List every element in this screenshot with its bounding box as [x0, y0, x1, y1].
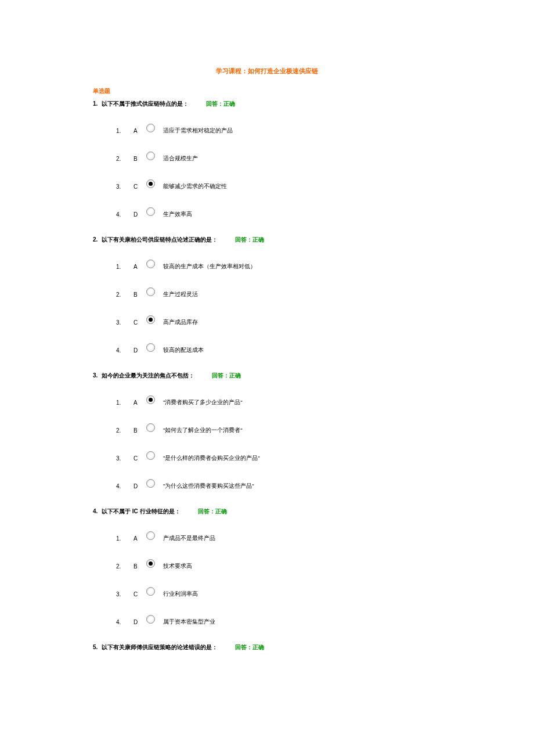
- radio-button[interactable]: [146, 315, 155, 324]
- radio-wrap: [142, 587, 158, 596]
- option-letter: B: [134, 291, 142, 298]
- option-text: 适应于需求相对稳定的产品: [163, 127, 233, 135]
- option-text: "消费者购买了多少企业的产品": [163, 399, 243, 406]
- options-list: 1.A较高的生产成本（生产效率相对低）2.B生产过程灵活3.C高产成品库存4.D…: [116, 260, 534, 357]
- option-text: 生产效率高: [163, 211, 192, 218]
- options-list: 1.A适应于需求相对稳定的产品2.B适合规模生产3.C能够减少需求的不确定性4.…: [116, 124, 534, 221]
- option-text: 适合规模生产: [163, 155, 198, 163]
- option-letter: B: [134, 563, 142, 570]
- radio-button[interactable]: [146, 343, 155, 352]
- question-number: 3.: [93, 372, 102, 379]
- radio-wrap: [142, 531, 158, 540]
- option-number: 4.: [116, 619, 134, 625]
- option-number: 3.: [116, 591, 134, 597]
- question-block: 1.以下不属于推式供应链特点的是：回答：正确: [93, 100, 534, 108]
- question-block: 3.如今的企业最为关注的焦点不包括：回答：正确: [93, 372, 534, 380]
- option-row: 2.B技术要求高: [116, 560, 534, 573]
- radio-button[interactable]: [146, 260, 155, 268]
- question-row: 4.以下不属于 IC 行业特征的是：回答：正确: [93, 507, 534, 516]
- question-row: 5.以下有关康师傅供应链策略的论述错误的是：回答：正确: [93, 643, 534, 651]
- option-number: 1.: [116, 128, 134, 134]
- question-block: 5.以下有关康师傅供应链策略的论述错误的是：回答：正确: [93, 643, 534, 651]
- option-number: 2.: [116, 291, 134, 298]
- page-title: 学习课程：如何打造企业极速供应链: [0, 67, 534, 75]
- option-row: 3.C高产成品库存: [116, 316, 534, 329]
- radio-wrap: [142, 395, 158, 404]
- option-text: "是什么样的消费者会购买企业的产品": [163, 455, 260, 462]
- option-number: 1.: [116, 399, 134, 406]
- radio-wrap: [142, 152, 158, 160]
- radio-button[interactable]: [146, 479, 155, 488]
- options-list: 1.A产成品不是最终产品2.B技术要求高3.C行业利润率高4.D属于资本密集型产…: [116, 532, 534, 628]
- question-block: 2.以下有关康柏公司供应链特点论述正确的是：回答：正确: [93, 236, 534, 244]
- radio-wrap: [142, 343, 158, 352]
- option-text: 行业利润率高: [163, 591, 198, 598]
- option-number: 2.: [116, 427, 134, 434]
- answer-result: 回答：正确: [235, 236, 264, 244]
- option-letter: C: [134, 591, 142, 597]
- radio-button[interactable]: [146, 451, 155, 460]
- answer-result: 回答：正确: [206, 100, 235, 108]
- option-row: 3.C"是什么样的消费者会购买企业的产品": [116, 452, 534, 465]
- answer-result: 回答：正确: [198, 507, 227, 516]
- option-letter: D: [134, 347, 142, 354]
- option-row: 4.D"为什么这些消费者要购买这些产品": [116, 480, 534, 492]
- question-number: 5.: [93, 644, 102, 650]
- question-row: 2.以下有关康柏公司供应链特点论述正确的是：回答：正确: [93, 236, 534, 244]
- answer-result: 回答：正确: [212, 372, 241, 380]
- question-number: 4.: [93, 508, 102, 514]
- question-number: 2.: [93, 236, 102, 243]
- radio-button[interactable]: [146, 531, 155, 540]
- option-text: 能够减少需求的不确定性: [163, 183, 227, 190]
- option-number: 1.: [116, 264, 134, 270]
- section-heading: 单选题: [93, 87, 534, 95]
- radio-wrap: [142, 260, 158, 268]
- radio-button[interactable]: [146, 287, 155, 296]
- option-letter: A: [134, 535, 142, 542]
- option-number: 2.: [116, 156, 134, 162]
- radio-wrap: [142, 615, 158, 624]
- radio-wrap: [142, 479, 158, 488]
- option-row: 3.C能够减少需求的不确定性: [116, 180, 534, 193]
- radio-button[interactable]: [146, 587, 155, 596]
- option-row: 4.D较高的配送成本: [116, 344, 534, 357]
- option-number: 1.: [116, 535, 134, 542]
- option-text: 较高的生产成本（生产效率相对低）: [163, 263, 256, 271]
- radio-wrap: [142, 451, 158, 460]
- radio-button[interactable]: [146, 395, 155, 404]
- option-number: 4.: [116, 211, 134, 218]
- option-letter: C: [134, 319, 142, 326]
- option-number: 3.: [116, 319, 134, 326]
- option-letter: D: [134, 211, 142, 218]
- option-row: 1.A适应于需求相对稳定的产品: [116, 124, 534, 137]
- radio-button[interactable]: [146, 423, 155, 432]
- option-number: 4.: [116, 347, 134, 354]
- radio-wrap: [142, 207, 158, 216]
- option-row: 1.A"消费者购买了多少企业的产品": [116, 396, 534, 409]
- radio-button[interactable]: [146, 179, 155, 188]
- option-letter: D: [134, 483, 142, 489]
- radio-button[interactable]: [146, 124, 155, 132]
- option-text: "为什么这些消费者要购买这些产品": [163, 483, 254, 490]
- option-text: 属于资本密集型产业: [163, 618, 215, 626]
- radio-button[interactable]: [146, 559, 155, 568]
- radio-button[interactable]: [146, 152, 155, 160]
- question-text: 以下不属于推式供应链特点的是：: [102, 100, 189, 108]
- option-text: 高产成品库存: [163, 319, 198, 326]
- option-row: 1.A较高的生产成本（生产效率相对低）: [116, 260, 534, 273]
- option-letter: A: [134, 264, 142, 270]
- radio-button[interactable]: [146, 615, 155, 624]
- question-text: 以下不属于 IC 行业特征的是：: [102, 507, 181, 516]
- option-text: 产成品不是最终产品: [163, 535, 215, 542]
- option-letter: A: [134, 399, 142, 406]
- question-text: 以下有关康柏公司供应链特点论述正确的是：: [102, 236, 218, 244]
- radio-wrap: [142, 124, 158, 132]
- option-number: 3.: [116, 455, 134, 462]
- radio-button[interactable]: [146, 207, 155, 216]
- question-block: 4.以下不属于 IC 行业特征的是：回答：正确: [93, 507, 534, 516]
- option-letter: B: [134, 427, 142, 434]
- option-text: 生产过程灵活: [163, 291, 198, 298]
- question-number: 1.: [93, 100, 102, 107]
- option-row: 2.B生产过程灵活: [116, 288, 534, 301]
- radio-wrap: [142, 179, 158, 188]
